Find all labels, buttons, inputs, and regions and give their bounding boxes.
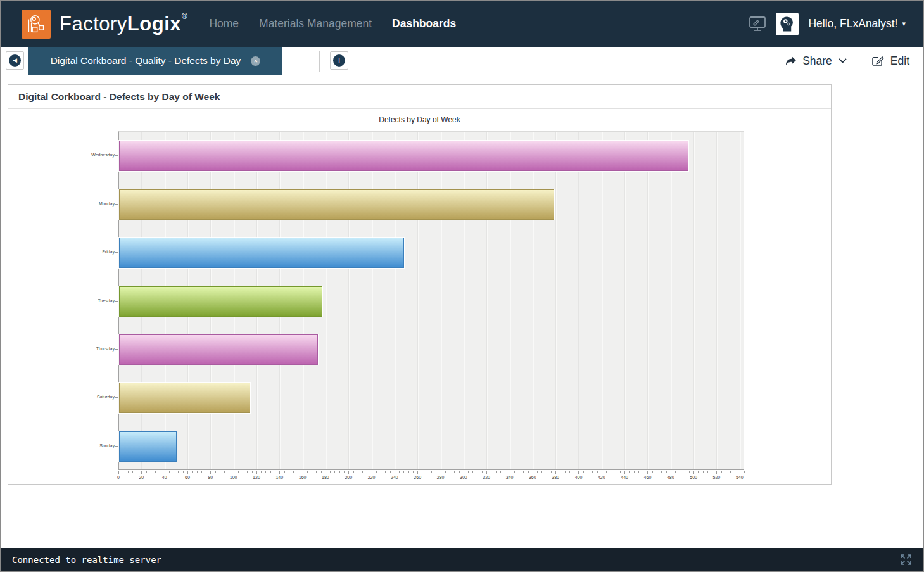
x-axis-minor-tick [629, 471, 630, 473]
x-axis-tick [234, 471, 234, 474]
x-axis-minor-tick [519, 471, 519, 473]
tab-label: Digital Corkboard - Quality - Defects by… [51, 55, 241, 67]
x-axis-minor-tick [321, 471, 322, 473]
x-axis-minor-tick [151, 471, 151, 473]
x-axis-minor-tick [252, 471, 253, 473]
x-axis-minor-tick [224, 471, 225, 473]
y-axis-tick [115, 397, 118, 398]
factorylogix-logo-icon [22, 10, 51, 39]
x-axis-minor-tick [243, 471, 243, 473]
x-axis-tick [533, 471, 533, 474]
gridline [716, 132, 718, 469]
x-axis-minor-tick [703, 471, 704, 473]
top-navbar: FactoryLogix® HomeMaterials ManagementDa… [1, 1, 923, 47]
x-axis-minor-tick [505, 471, 505, 473]
y-label-wednesday: Wednesday [8, 153, 115, 157]
x-tick-label: 240 [385, 475, 404, 480]
x-tick-label: 20 [132, 475, 151, 480]
y-axis-tick [115, 252, 118, 253]
app-window: FactoryLogix® HomeMaterials ManagementDa… [0, 0, 924, 572]
chart-title: Defects by Day of Week [8, 115, 831, 124]
x-axis-tick [279, 471, 280, 474]
x-axis-minor-tick [500, 471, 501, 473]
x-axis-tick [624, 471, 625, 474]
x-axis-minor-tick [261, 471, 262, 473]
x-axis-tick [141, 471, 142, 474]
user-avatar[interactable] [776, 13, 799, 35]
x-axis-minor-tick [541, 471, 542, 473]
x-axis-tick [647, 471, 648, 474]
x-axis-minor-tick [427, 471, 427, 473]
x-axis-minor-tick [528, 471, 529, 473]
x-axis-minor-tick [128, 471, 129, 473]
y-label-tuesday: Tuesday [8, 298, 115, 303]
user-menu[interactable]: Hello, FLxAnalyst! ▾ [808, 17, 906, 30]
x-axis-tick [578, 471, 579, 474]
x-axis-tick [303, 471, 303, 474]
edit-button[interactable]: Edit [872, 54, 909, 68]
x-axis-minor-tick [238, 471, 239, 473]
x-axis-minor-tick [643, 471, 643, 473]
gridline [647, 132, 649, 469]
tab-defects-by-day[interactable]: Digital Corkboard - Quality - Defects by… [28, 47, 282, 75]
x-tick-label: 520 [707, 475, 726, 480]
x-axis-minor-tick [431, 471, 432, 473]
connection-status: Connected to realtime server [12, 555, 161, 565]
nav-link-dashboards[interactable]: Dashboards [392, 17, 456, 30]
x-axis-tick [555, 471, 556, 474]
y-label-thursday: Thursday [8, 346, 115, 351]
bar-tuesday[interactable] [119, 286, 322, 317]
fullscreen-icon[interactable] [900, 554, 912, 566]
x-axis-minor-tick [265, 471, 266, 473]
x-axis-minor-tick [155, 471, 156, 473]
x-axis-minor-tick [298, 471, 298, 473]
x-tick-label: 360 [523, 475, 542, 480]
gridline [372, 132, 373, 469]
bar-monday[interactable] [119, 189, 554, 220]
x-axis-tick [510, 471, 510, 474]
share-button[interactable]: Share [785, 54, 847, 68]
bar-sunday[interactable] [119, 431, 177, 462]
x-tick-label: 80 [201, 475, 220, 480]
x-axis-minor-tick [611, 471, 611, 473]
share-icon [785, 56, 796, 66]
x-axis-minor-tick [472, 471, 473, 473]
y-label-saturday: Saturday [8, 395, 115, 399]
x-tick-label: 400 [569, 475, 588, 480]
y-axis-tick [115, 446, 118, 447]
add-tab-button[interactable]: + [330, 51, 348, 70]
bar-wednesday[interactable] [119, 141, 688, 171]
gridline [740, 132, 741, 469]
x-axis-minor-tick [707, 471, 708, 473]
bar-friday[interactable] [119, 238, 404, 268]
x-axis-minor-tick [206, 471, 206, 473]
tab-close-icon[interactable]: ✕ [251, 56, 260, 66]
gridline [326, 132, 327, 469]
x-axis-tick [716, 471, 717, 474]
navbar-right: Hello, FLxAnalyst! ▾ [749, 13, 923, 35]
x-axis-minor-tick [390, 471, 391, 473]
x-axis-minor-tick [330, 471, 331, 473]
x-axis-minor-tick [726, 471, 726, 473]
x-tick-label: 220 [362, 475, 381, 480]
tab-scroll-left-button[interactable]: ◀ [6, 51, 24, 70]
nav-link-home[interactable]: Home [209, 17, 239, 30]
bar-saturday[interactable] [119, 383, 250, 413]
y-label-sunday: Sunday [8, 443, 115, 448]
x-axis-minor-tick [339, 471, 340, 473]
nav-link-materials-management[interactable]: Materials Management [259, 17, 372, 30]
y-label-monday: Monday [8, 201, 115, 206]
x-axis-minor-tick [620, 471, 621, 473]
x-axis-minor-tick [496, 471, 497, 473]
remote-view-icon[interactable] [749, 16, 766, 32]
x-axis-tick [740, 471, 740, 474]
x-tick-label: 440 [615, 475, 634, 480]
x-axis-minor-tick [436, 471, 436, 473]
x-tick-label: 300 [454, 475, 473, 480]
arrow-left-icon: ◀ [9, 54, 21, 67]
bar-thursday[interactable] [119, 334, 318, 365]
x-axis-minor-tick [192, 471, 193, 473]
x-tick-label: 480 [661, 475, 680, 480]
x-axis-minor-tick [606, 471, 607, 473]
x-axis-minor-tick [616, 471, 616, 473]
